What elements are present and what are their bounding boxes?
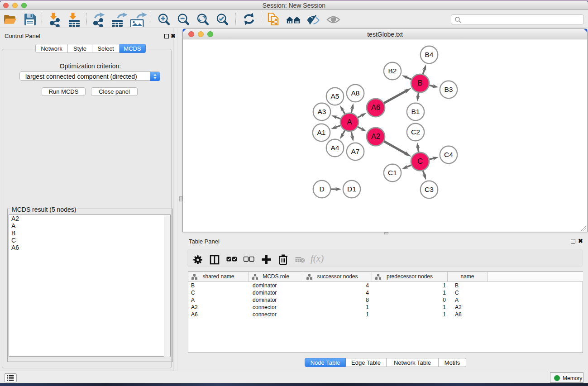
- svg-text:A3: A3: [318, 108, 326, 115]
- svg-text:C3: C3: [425, 186, 434, 193]
- svg-text:B: B: [417, 79, 422, 87]
- svg-text:D1: D1: [347, 185, 356, 193]
- svg-text:B3: B3: [445, 86, 453, 93]
- svg-text:C4: C4: [444, 151, 453, 158]
- svg-text:C: C: [417, 157, 423, 165]
- svg-text:A2: A2: [371, 132, 380, 140]
- svg-text:B1: B1: [411, 108, 420, 115]
- svg-text:A5: A5: [331, 92, 339, 100]
- svg-text:B4: B4: [425, 51, 434, 58]
- svg-text:A8: A8: [351, 89, 360, 97]
- svg-text:A6: A6: [371, 103, 380, 111]
- svg-text:A: A: [347, 118, 352, 126]
- svg-text:C2: C2: [411, 128, 420, 136]
- svg-text:A7: A7: [351, 148, 360, 155]
- svg-text:A4: A4: [331, 144, 339, 152]
- svg-text:C1: C1: [388, 169, 397, 176]
- svg-text:B2: B2: [388, 67, 397, 75]
- svg-text:D: D: [319, 185, 324, 193]
- svg-text:A1: A1: [317, 129, 326, 136]
